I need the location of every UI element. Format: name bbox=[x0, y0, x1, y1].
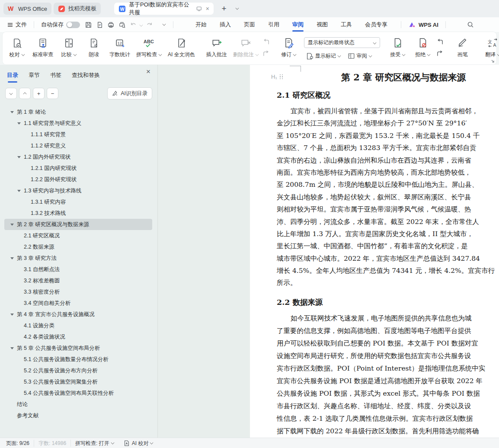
toc-item[interactable]: 1.1.2 研究意义 bbox=[4, 140, 152, 151]
close-tab-icon[interactable]: × bbox=[206, 6, 209, 12]
ribbon-tab[interactable]: 插入 bbox=[213, 17, 237, 32]
toc-item[interactable]: 结论 bbox=[4, 399, 152, 410]
reject-change-button[interactable]: 拒绝 bbox=[410, 34, 435, 60]
standard-review-button[interactable]: 标准审查 bbox=[29, 34, 56, 60]
show-markup-button[interactable]: 显示标记 bbox=[304, 51, 342, 61]
toc-item[interactable]: 参考文献 bbox=[4, 410, 152, 421]
toc-item[interactable]: 3.2 标准差椭圆 bbox=[4, 275, 152, 286]
insert-comment-button[interactable]: 插入批注 bbox=[203, 34, 230, 60]
expand-all-button[interactable] bbox=[19, 88, 31, 99]
expand-triangle-icon[interactable] bbox=[10, 314, 14, 316]
expand-triangle-icon[interactable] bbox=[10, 347, 14, 349]
toolbar-options-chevron-icon[interactable] bbox=[158, 20, 168, 29]
save-button[interactable] bbox=[83, 20, 93, 29]
sidebar-close-icon[interactable]: × bbox=[146, 67, 150, 76]
tab-wps-office[interactable]: W WPS Office bbox=[3, 3, 51, 15]
expand-triangle-icon[interactable] bbox=[10, 111, 14, 113]
word-count-indicator[interactable]: 字数: 14986 bbox=[38, 440, 66, 447]
toc-item[interactable]: 2.2 数据来源 bbox=[4, 241, 152, 253]
expand-triangle-icon[interactable] bbox=[10, 257, 14, 259]
toc-item[interactable]: 1.3.2 技术路线 bbox=[4, 208, 152, 219]
toc-item[interactable]: 第 4 章 宜宾市公共服务设施概况 bbox=[4, 309, 152, 320]
ribbon-tab[interactable]: 视图 bbox=[310, 17, 334, 32]
expand-triangle-icon[interactable] bbox=[17, 122, 21, 125]
ai-proofread-status[interactable]: AI 校对 bbox=[124, 440, 154, 447]
tab-list-chevron-icon[interactable] bbox=[231, 3, 241, 14]
document-page[interactable]: H₁ 第 2 章 研究区概况与数据来源 2.1 研究区概况 宜宾市，被四川省管辖… bbox=[250, 65, 499, 438]
toc-item[interactable]: 第 3 章 研究方法 bbox=[4, 253, 152, 264]
zoom-out-outline-button[interactable]: − bbox=[47, 88, 58, 99]
undo-button[interactable] bbox=[128, 20, 138, 29]
wps-ai-button[interactable]: WPS AI bbox=[406, 19, 441, 30]
spell-check-button[interactable]: ABC 拼写检查 bbox=[133, 34, 165, 60]
toc-item[interactable]: 2.1 研究区概况 bbox=[4, 230, 152, 241]
toc-item[interactable]: 1.2 国内外研究现状 bbox=[4, 151, 152, 163]
page-indicator[interactable]: 页面: 9/26 bbox=[6, 440, 29, 447]
translate-button[interactable]: 文 A 翻译 bbox=[480, 34, 499, 60]
expand-triangle-icon[interactable] bbox=[10, 224, 14, 226]
review-pane-button[interactable]: 审阅 bbox=[346, 51, 374, 61]
toc-item[interactable]: 3.4 空间自相关分析 bbox=[4, 298, 152, 309]
ribbon-expand-icon[interactable] bbox=[490, 59, 495, 63]
toc-item[interactable]: 第 1 章 绪论 bbox=[4, 106, 152, 118]
print-button[interactable] bbox=[106, 20, 115, 29]
markup-state-select[interactable]: 显示标记的最终状态 bbox=[304, 37, 380, 48]
collapse-all-button[interactable] bbox=[5, 88, 17, 99]
accept-change-button[interactable]: 接受 bbox=[385, 34, 410, 60]
ribbon-tab[interactable]: 开始 bbox=[189, 17, 213, 32]
toc-item[interactable]: 3.3 核密度分析 bbox=[4, 286, 152, 298]
toc-item[interactable]: 1.2.1 国内研究现状 bbox=[4, 163, 152, 174]
ai-recognize-toc-button[interactable]: AI识别目录 bbox=[107, 87, 152, 99]
device-screen-icon[interactable] bbox=[196, 6, 202, 12]
toc-item[interactable]: 第 5 章 公共服务设施空间布局分析 bbox=[4, 342, 152, 354]
toc-item[interactable]: 5.2 公共服务设施分布方向分析 bbox=[4, 365, 152, 376]
sidebar-tab[interactable]: 章节 bbox=[29, 71, 40, 79]
proofread-button[interactable]: 校对 bbox=[4, 34, 29, 60]
previous-comment-button[interactable] bbox=[262, 37, 271, 47]
toc-item[interactable]: 4.2 各类设施状况 bbox=[4, 331, 152, 342]
document-canvas[interactable]: H₁ 第 2 章 研究区概况与数据来源 2.1 研究区概况 宜宾市，被四川省管辖… bbox=[158, 65, 499, 438]
export-pdf-button[interactable]: P bbox=[95, 20, 104, 29]
brush-button[interactable]: 画笔 bbox=[450, 34, 475, 60]
delete-comment-button[interactable]: 删除批注 bbox=[230, 34, 262, 60]
expand-triangle-icon[interactable] bbox=[17, 190, 21, 192]
autosave-toggle[interactable]: 自动保存 bbox=[38, 19, 83, 30]
drag-handle-icon[interactable] bbox=[280, 74, 283, 80]
read-aloud-button[interactable]: 朗读 bbox=[81, 34, 106, 60]
toc-item[interactable]: 5.3 公共服务设施空间聚集分析 bbox=[4, 376, 152, 387]
previous-change-button[interactable] bbox=[435, 37, 445, 47]
spell-check-status[interactable]: 拼写检查: 打开 bbox=[75, 440, 114, 447]
tab-document-active[interactable]: W 基于POI数据的宜宾市公共服 × bbox=[114, 3, 214, 15]
redo-button[interactable] bbox=[144, 20, 154, 29]
toc-item[interactable]: 1.1 研究背景与研究意义 bbox=[4, 118, 152, 129]
word-count-button[interactable]: 12 + 字数统计 bbox=[106, 34, 133, 60]
ribbon-tab[interactable]: 会员专享 bbox=[358, 17, 394, 32]
file-menu[interactable]: 文件 bbox=[4, 19, 29, 30]
ribbon-tab[interactable]: 工具 bbox=[334, 17, 358, 32]
autosave-switch[interactable] bbox=[66, 22, 80, 28]
toc-item[interactable]: 5.4 公共服务设施空间布局关联性分析 bbox=[4, 387, 152, 399]
ai-polish-button[interactable]: AI 全文润色 bbox=[165, 34, 198, 60]
toc-item[interactable]: 1.2.2 国外研究现状 bbox=[4, 174, 152, 185]
ribbon-tab[interactable]: 审阅 bbox=[286, 17, 310, 32]
tab-docer-templates[interactable]: 找稻壳模板 bbox=[54, 3, 101, 15]
print-preview-button[interactable] bbox=[117, 20, 127, 29]
undo-history-chevron-icon[interactable] bbox=[140, 23, 143, 26]
heading-level-badge[interactable]: H₁ bbox=[271, 74, 283, 80]
sidebar-tab[interactable]: 查找和替换 bbox=[72, 71, 100, 79]
track-changes-button[interactable]: 修订 bbox=[276, 34, 301, 60]
toc-item[interactable]: 1.3.1 研究内容 bbox=[4, 196, 152, 208]
toc-item[interactable]: 第 2 章 研究区概况与数据来源 bbox=[4, 219, 152, 230]
toc-item[interactable]: 4.1 设施分类 bbox=[4, 320, 152, 331]
sidebar-tab[interactable]: 目录 bbox=[7, 71, 18, 79]
sidebar-tab[interactable]: 书签 bbox=[50, 71, 61, 79]
zoom-in-outline-button[interactable]: + bbox=[33, 88, 45, 99]
next-change-button[interactable] bbox=[435, 49, 445, 58]
new-tab-button[interactable]: + bbox=[219, 3, 229, 14]
next-comment-button[interactable] bbox=[262, 49, 271, 58]
ribbon-tab[interactable]: 引用 bbox=[262, 17, 286, 32]
expand-triangle-icon[interactable] bbox=[17, 156, 21, 158]
search-button[interactable] bbox=[466, 20, 475, 29]
compare-button[interactable]: 比较 bbox=[56, 34, 81, 60]
toc-item[interactable]: 1.1.1 研究背景 bbox=[4, 129, 152, 140]
